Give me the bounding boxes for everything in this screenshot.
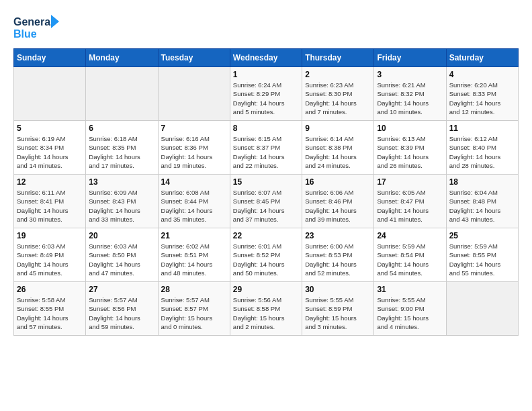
day-info: Sunrise: 5:59 AM Sunset: 8:55 PM Dayligh… bbox=[449, 242, 515, 277]
day-number: 27 bbox=[89, 285, 154, 294]
day-info: Sunrise: 6:06 AM Sunset: 8:46 PM Dayligh… bbox=[305, 188, 371, 224]
calendar-cell: 20Sunrise: 6:03 AM Sunset: 8:50 PM Dayli… bbox=[86, 228, 158, 282]
calendar-week-row: 1Sunrise: 6:24 AM Sunset: 8:29 PM Daylig… bbox=[14, 67, 519, 121]
day-header-monday: Monday bbox=[86, 49, 158, 67]
calendar-cell: 10Sunrise: 6:13 AM Sunset: 8:39 PM Dayli… bbox=[374, 121, 446, 175]
day-number: 22 bbox=[233, 231, 299, 240]
day-number: 28 bbox=[161, 285, 227, 294]
day-number: 31 bbox=[377, 285, 443, 294]
calendar-cell: 24Sunrise: 5:59 AM Sunset: 8:54 PM Dayli… bbox=[374, 228, 446, 282]
day-info: Sunrise: 6:11 AM Sunset: 8:41 PM Dayligh… bbox=[17, 188, 83, 224]
day-info: Sunrise: 5:55 AM Sunset: 8:59 PM Dayligh… bbox=[305, 295, 371, 331]
calendar-week-row: 19Sunrise: 6:03 AM Sunset: 8:49 PM Dayli… bbox=[14, 228, 519, 282]
day-number: 10 bbox=[377, 124, 443, 133]
calendar-cell: 22Sunrise: 6:01 AM Sunset: 8:52 PM Dayli… bbox=[230, 228, 302, 282]
calendar-header-row: SundayMondayTuesdayWednesdayThursdayFrid… bbox=[14, 49, 519, 67]
day-number: 19 bbox=[17, 231, 83, 240]
calendar-table: SundayMondayTuesdayWednesdayThursdayFrid… bbox=[13, 48, 519, 336]
day-number: 3 bbox=[377, 70, 443, 79]
calendar-cell: 18Sunrise: 6:04 AM Sunset: 8:48 PM Dayli… bbox=[446, 175, 518, 228]
calendar-week-row: 5Sunrise: 6:19 AM Sunset: 8:34 PM Daylig… bbox=[14, 121, 519, 175]
calendar-cell: 14Sunrise: 6:08 AM Sunset: 8:44 PM Dayli… bbox=[158, 175, 230, 228]
day-info: Sunrise: 6:05 AM Sunset: 8:47 PM Dayligh… bbox=[377, 188, 443, 224]
calendar-cell bbox=[446, 282, 518, 336]
day-number: 1 bbox=[233, 70, 299, 79]
calendar-cell: 21Sunrise: 6:02 AM Sunset: 8:51 PM Dayli… bbox=[158, 228, 230, 282]
day-number: 13 bbox=[89, 177, 154, 187]
day-info: Sunrise: 6:08 AM Sunset: 8:44 PM Dayligh… bbox=[161, 188, 227, 224]
calendar-cell: 3Sunrise: 6:21 AM Sunset: 8:32 PM Daylig… bbox=[374, 67, 446, 121]
day-info: Sunrise: 6:03 AM Sunset: 8:50 PM Dayligh… bbox=[89, 242, 154, 277]
calendar-cell: 29Sunrise: 5:56 AM Sunset: 8:58 PM Dayli… bbox=[230, 282, 302, 336]
day-info: Sunrise: 6:18 AM Sunset: 8:35 PM Dayligh… bbox=[89, 134, 154, 170]
logo: GeneralBlue bbox=[13, 13, 60, 42]
calendar-cell: 8Sunrise: 6:15 AM Sunset: 8:37 PM Daylig… bbox=[230, 121, 302, 175]
day-info: Sunrise: 6:21 AM Sunset: 8:32 PM Dayligh… bbox=[377, 81, 443, 116]
calendar-week-row: 26Sunrise: 5:58 AM Sunset: 8:55 PM Dayli… bbox=[14, 282, 519, 336]
calendar-cell bbox=[14, 67, 86, 121]
calendar-cell: 6Sunrise: 6:18 AM Sunset: 8:35 PM Daylig… bbox=[86, 121, 158, 175]
day-info: Sunrise: 6:15 AM Sunset: 8:37 PM Dayligh… bbox=[233, 134, 299, 170]
calendar-cell bbox=[158, 67, 230, 121]
day-number: 2 bbox=[305, 70, 371, 79]
day-info: Sunrise: 6:20 AM Sunset: 8:33 PM Dayligh… bbox=[449, 81, 515, 116]
calendar-cell: 31Sunrise: 5:55 AM Sunset: 9:00 PM Dayli… bbox=[374, 282, 446, 336]
day-info: Sunrise: 5:56 AM Sunset: 8:58 PM Dayligh… bbox=[233, 295, 299, 331]
day-info: Sunrise: 6:24 AM Sunset: 8:29 PM Dayligh… bbox=[233, 81, 299, 116]
day-number: 9 bbox=[305, 124, 371, 133]
calendar-cell: 12Sunrise: 6:11 AM Sunset: 8:41 PM Dayli… bbox=[14, 175, 86, 228]
day-number: 5 bbox=[17, 124, 83, 133]
calendar-cell: 27Sunrise: 5:57 AM Sunset: 8:56 PM Dayli… bbox=[86, 282, 158, 336]
calendar-cell: 17Sunrise: 6:05 AM Sunset: 8:47 PM Dayli… bbox=[374, 175, 446, 228]
svg-text:Blue: Blue bbox=[13, 28, 37, 40]
day-info: Sunrise: 6:02 AM Sunset: 8:51 PM Dayligh… bbox=[161, 242, 227, 277]
calendar-cell: 23Sunrise: 6:00 AM Sunset: 8:53 PM Dayli… bbox=[302, 228, 374, 282]
day-info: Sunrise: 5:59 AM Sunset: 8:54 PM Dayligh… bbox=[377, 242, 443, 277]
calendar-cell: 15Sunrise: 6:07 AM Sunset: 8:45 PM Dayli… bbox=[230, 175, 302, 228]
day-info: Sunrise: 5:57 AM Sunset: 8:56 PM Dayligh… bbox=[89, 295, 154, 331]
day-info: Sunrise: 6:03 AM Sunset: 8:49 PM Dayligh… bbox=[17, 242, 83, 277]
day-number: 26 bbox=[17, 285, 83, 294]
day-number: 14 bbox=[161, 177, 227, 187]
day-info: Sunrise: 5:58 AM Sunset: 8:55 PM Dayligh… bbox=[17, 295, 83, 331]
calendar-cell: 25Sunrise: 5:59 AM Sunset: 8:55 PM Dayli… bbox=[446, 228, 518, 282]
calendar-cell: 28Sunrise: 5:57 AM Sunset: 8:57 PM Dayli… bbox=[158, 282, 230, 336]
calendar-cell: 2Sunrise: 6:23 AM Sunset: 8:30 PM Daylig… bbox=[302, 67, 374, 121]
day-info: Sunrise: 6:09 AM Sunset: 8:43 PM Dayligh… bbox=[89, 188, 154, 224]
calendar-cell: 30Sunrise: 5:55 AM Sunset: 8:59 PM Dayli… bbox=[302, 282, 374, 336]
day-info: Sunrise: 6:19 AM Sunset: 8:34 PM Dayligh… bbox=[17, 134, 83, 170]
day-info: Sunrise: 5:55 AM Sunset: 9:00 PM Dayligh… bbox=[377, 295, 443, 331]
calendar-cell: 16Sunrise: 6:06 AM Sunset: 8:46 PM Dayli… bbox=[302, 175, 374, 228]
calendar-cell: 19Sunrise: 6:03 AM Sunset: 8:49 PM Dayli… bbox=[14, 228, 86, 282]
svg-text:General: General bbox=[13, 16, 54, 28]
day-info: Sunrise: 6:12 AM Sunset: 8:40 PM Dayligh… bbox=[449, 134, 515, 170]
day-number: 24 bbox=[377, 231, 443, 240]
day-number: 21 bbox=[161, 231, 227, 240]
calendar-week-row: 12Sunrise: 6:11 AM Sunset: 8:41 PM Dayli… bbox=[14, 175, 519, 228]
day-header-saturday: Saturday bbox=[446, 49, 518, 67]
day-number: 23 bbox=[305, 231, 371, 240]
day-number: 30 bbox=[305, 285, 371, 294]
calendar-cell: 9Sunrise: 6:14 AM Sunset: 8:38 PM Daylig… bbox=[302, 121, 374, 175]
page-header: GeneralBlue bbox=[13, 13, 519, 42]
day-info: Sunrise: 6:14 AM Sunset: 8:38 PM Dayligh… bbox=[305, 134, 371, 170]
day-info: Sunrise: 6:13 AM Sunset: 8:39 PM Dayligh… bbox=[377, 134, 443, 170]
calendar-cell: 7Sunrise: 6:16 AM Sunset: 8:36 PM Daylig… bbox=[158, 121, 230, 175]
day-number: 4 bbox=[449, 70, 515, 79]
day-info: Sunrise: 6:07 AM Sunset: 8:45 PM Dayligh… bbox=[233, 188, 299, 224]
day-number: 11 bbox=[449, 124, 515, 133]
svg-marker-2 bbox=[51, 15, 59, 28]
day-header-thursday: Thursday bbox=[302, 49, 374, 67]
calendar-cell: 4Sunrise: 6:20 AM Sunset: 8:33 PM Daylig… bbox=[446, 67, 518, 121]
day-info: Sunrise: 6:04 AM Sunset: 8:48 PM Dayligh… bbox=[449, 188, 515, 224]
day-info: Sunrise: 6:01 AM Sunset: 8:52 PM Dayligh… bbox=[233, 242, 299, 277]
calendar-cell bbox=[86, 67, 158, 121]
day-number: 6 bbox=[89, 124, 154, 133]
day-header-tuesday: Tuesday bbox=[158, 49, 230, 67]
day-number: 16 bbox=[305, 177, 371, 187]
day-number: 15 bbox=[233, 177, 299, 187]
day-header-sunday: Sunday bbox=[14, 49, 86, 67]
day-header-wednesday: Wednesday bbox=[230, 49, 302, 67]
day-number: 8 bbox=[233, 124, 299, 133]
day-info: Sunrise: 6:16 AM Sunset: 8:36 PM Dayligh… bbox=[161, 134, 227, 170]
